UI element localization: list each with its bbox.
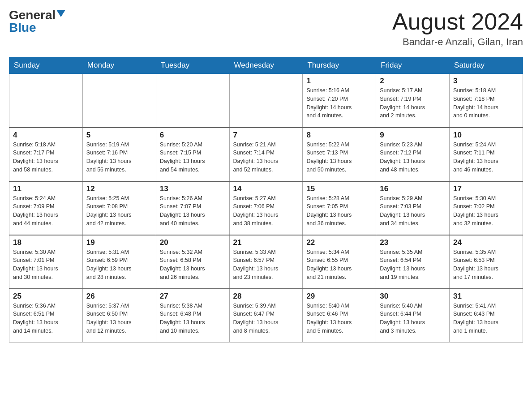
day-number: 7 <box>233 131 299 140</box>
day-info: Sunrise: 5:21 AM Sunset: 7:14 PM Dayligh… <box>233 141 299 174</box>
calendar-table: SundayMondayTuesdayWednesdayThursdayFrid… <box>9 57 523 342</box>
day-info: Sunrise: 5:25 AM Sunset: 7:08 PM Dayligh… <box>86 194 152 228</box>
calendar-cell: 9Sunrise: 5:23 AM Sunset: 7:12 PM Daylig… <box>376 128 450 181</box>
day-info: Sunrise: 5:41 AM Sunset: 6:43 PM Dayligh… <box>453 302 519 335</box>
day-info: Sunrise: 5:36 AM Sunset: 6:51 PM Dayligh… <box>13 302 79 335</box>
logo-general: General <box>9 9 56 21</box>
day-number: 19 <box>86 238 152 247</box>
day-number: 6 <box>160 131 226 140</box>
logo: General Blue <box>9 9 65 34</box>
calendar-cell: 23Sunrise: 5:35 AM Sunset: 6:54 PM Dayli… <box>376 235 450 289</box>
day-info: Sunrise: 5:18 AM Sunset: 7:17 PM Dayligh… <box>13 141 79 174</box>
day-info: Sunrise: 5:24 AM Sunset: 7:09 PM Dayligh… <box>13 194 79 228</box>
calendar-cell: 18Sunrise: 5:30 AM Sunset: 7:01 PM Dayli… <box>9 235 83 289</box>
day-number: 13 <box>160 184 226 193</box>
day-number: 23 <box>380 238 446 247</box>
calendar-cell: 24Sunrise: 5:35 AM Sunset: 6:53 PM Dayli… <box>450 235 523 289</box>
day-number: 10 <box>453 131 519 140</box>
logo-blue: Blue <box>9 21 36 34</box>
day-info: Sunrise: 5:35 AM Sunset: 6:53 PM Dayligh… <box>453 248 519 282</box>
day-info: Sunrise: 5:19 AM Sunset: 7:16 PM Dayligh… <box>86 141 152 174</box>
day-info: Sunrise: 5:24 AM Sunset: 7:11 PM Dayligh… <box>453 141 519 174</box>
day-number: 25 <box>13 292 79 301</box>
day-number: 2 <box>380 77 446 86</box>
day-info: Sunrise: 5:29 AM Sunset: 7:03 PM Dayligh… <box>380 194 446 228</box>
day-number: 26 <box>86 292 152 301</box>
day-info: Sunrise: 5:37 AM Sunset: 6:50 PM Dayligh… <box>86 302 152 335</box>
day-number: 5 <box>86 131 152 140</box>
day-info: Sunrise: 5:28 AM Sunset: 7:05 PM Dayligh… <box>306 194 372 228</box>
calendar-cell: 5Sunrise: 5:19 AM Sunset: 7:16 PM Daylig… <box>82 128 156 181</box>
day-number: 29 <box>306 292 372 301</box>
page-header: General Blue August 2024 Bandar-e Anzali… <box>9 9 523 48</box>
calendar-cell: 17Sunrise: 5:30 AM Sunset: 7:02 PM Dayli… <box>450 181 523 235</box>
location-title: Bandar-e Anzali, Gilan, Iran <box>392 36 523 48</box>
calendar-cell: 10Sunrise: 5:24 AM Sunset: 7:11 PM Dayli… <box>450 128 523 181</box>
calendar-header-row: SundayMondayTuesdayWednesdayThursdayFrid… <box>9 57 523 74</box>
day-number: 8 <box>306 131 372 140</box>
day-number: 22 <box>306 238 372 247</box>
day-info: Sunrise: 5:30 AM Sunset: 7:01 PM Dayligh… <box>13 248 79 282</box>
calendar-cell: 14Sunrise: 5:27 AM Sunset: 7:06 PM Dayli… <box>229 181 303 235</box>
calendar-cell: 19Sunrise: 5:31 AM Sunset: 6:59 PM Dayli… <box>82 235 156 289</box>
calendar-cell: 26Sunrise: 5:37 AM Sunset: 6:50 PM Dayli… <box>82 289 156 342</box>
col-header-wednesday: Wednesday <box>229 57 303 74</box>
day-number: 9 <box>380 131 446 140</box>
col-header-tuesday: Tuesday <box>156 57 229 74</box>
day-number: 30 <box>380 292 446 301</box>
day-info: Sunrise: 5:30 AM Sunset: 7:02 PM Dayligh… <box>453 194 519 228</box>
day-info: Sunrise: 5:31 AM Sunset: 6:59 PM Dayligh… <box>86 248 152 282</box>
day-number: 3 <box>453 77 519 86</box>
calendar-cell: 11Sunrise: 5:24 AM Sunset: 7:09 PM Dayli… <box>9 181 83 235</box>
day-info: Sunrise: 5:23 AM Sunset: 7:12 PM Dayligh… <box>380 141 446 174</box>
calendar-cell: 7Sunrise: 5:21 AM Sunset: 7:14 PM Daylig… <box>229 128 303 181</box>
day-number: 18 <box>13 238 79 247</box>
day-info: Sunrise: 5:32 AM Sunset: 6:58 PM Dayligh… <box>160 248 226 282</box>
day-number: 11 <box>13 184 79 193</box>
calendar-cell: 29Sunrise: 5:40 AM Sunset: 6:46 PM Dayli… <box>303 289 376 342</box>
calendar-cell <box>156 74 229 128</box>
calendar-cell: 15Sunrise: 5:28 AM Sunset: 7:05 PM Dayli… <box>303 181 376 235</box>
day-info: Sunrise: 5:18 AM Sunset: 7:18 PM Dayligh… <box>453 86 519 120</box>
day-info: Sunrise: 5:26 AM Sunset: 7:07 PM Dayligh… <box>160 194 226 228</box>
calendar-cell <box>9 74 83 128</box>
calendar-cell: 12Sunrise: 5:25 AM Sunset: 7:08 PM Dayli… <box>82 181 156 235</box>
col-header-monday: Monday <box>82 57 156 74</box>
col-header-thursday: Thursday <box>303 57 376 74</box>
calendar-cell: 20Sunrise: 5:32 AM Sunset: 6:58 PM Dayli… <box>156 235 229 289</box>
day-info: Sunrise: 5:16 AM Sunset: 7:20 PM Dayligh… <box>306 86 372 120</box>
calendar-week-1: 1Sunrise: 5:16 AM Sunset: 7:20 PM Daylig… <box>9 74 523 128</box>
day-info: Sunrise: 5:34 AM Sunset: 6:55 PM Dayligh… <box>306 248 372 282</box>
day-info: Sunrise: 5:35 AM Sunset: 6:54 PM Dayligh… <box>380 248 446 282</box>
col-header-saturday: Saturday <box>450 57 523 74</box>
col-header-sunday: Sunday <box>9 57 83 74</box>
day-info: Sunrise: 5:17 AM Sunset: 7:19 PM Dayligh… <box>380 86 446 120</box>
day-info: Sunrise: 5:20 AM Sunset: 7:15 PM Dayligh… <box>160 141 226 174</box>
calendar-cell: 16Sunrise: 5:29 AM Sunset: 7:03 PM Dayli… <box>376 181 450 235</box>
day-number: 28 <box>233 292 299 301</box>
calendar-week-5: 25Sunrise: 5:36 AM Sunset: 6:51 PM Dayli… <box>9 289 523 342</box>
day-number: 14 <box>233 184 299 193</box>
calendar-cell: 30Sunrise: 5:40 AM Sunset: 6:44 PM Dayli… <box>376 289 450 342</box>
day-number: 20 <box>160 238 226 247</box>
calendar-cell <box>229 74 303 128</box>
day-info: Sunrise: 5:38 AM Sunset: 6:48 PM Dayligh… <box>160 302 226 335</box>
calendar-cell: 6Sunrise: 5:20 AM Sunset: 7:15 PM Daylig… <box>156 128 229 181</box>
calendar-cell: 4Sunrise: 5:18 AM Sunset: 7:17 PM Daylig… <box>9 128 83 181</box>
day-number: 15 <box>306 184 372 193</box>
logo-triangle-icon <box>56 10 65 17</box>
title-block: August 2024 Bandar-e Anzali, Gilan, Iran <box>392 9 523 48</box>
day-info: Sunrise: 5:33 AM Sunset: 6:57 PM Dayligh… <box>233 248 299 282</box>
day-info: Sunrise: 5:40 AM Sunset: 6:46 PM Dayligh… <box>306 302 372 335</box>
calendar-cell: 22Sunrise: 5:34 AM Sunset: 6:55 PM Dayli… <box>303 235 376 289</box>
calendar-cell: 28Sunrise: 5:39 AM Sunset: 6:47 PM Dayli… <box>229 289 303 342</box>
day-number: 12 <box>86 184 152 193</box>
day-number: 21 <box>233 238 299 247</box>
day-info: Sunrise: 5:22 AM Sunset: 7:13 PM Dayligh… <box>306 141 372 174</box>
calendar-cell: 27Sunrise: 5:38 AM Sunset: 6:48 PM Dayli… <box>156 289 229 342</box>
day-number: 1 <box>306 77 372 86</box>
calendar-cell: 3Sunrise: 5:18 AM Sunset: 7:18 PM Daylig… <box>450 74 523 128</box>
calendar-cell: 31Sunrise: 5:41 AM Sunset: 6:43 PM Dayli… <box>450 289 523 342</box>
day-info: Sunrise: 5:27 AM Sunset: 7:06 PM Dayligh… <box>233 194 299 228</box>
calendar-cell: 21Sunrise: 5:33 AM Sunset: 6:57 PM Dayli… <box>229 235 303 289</box>
